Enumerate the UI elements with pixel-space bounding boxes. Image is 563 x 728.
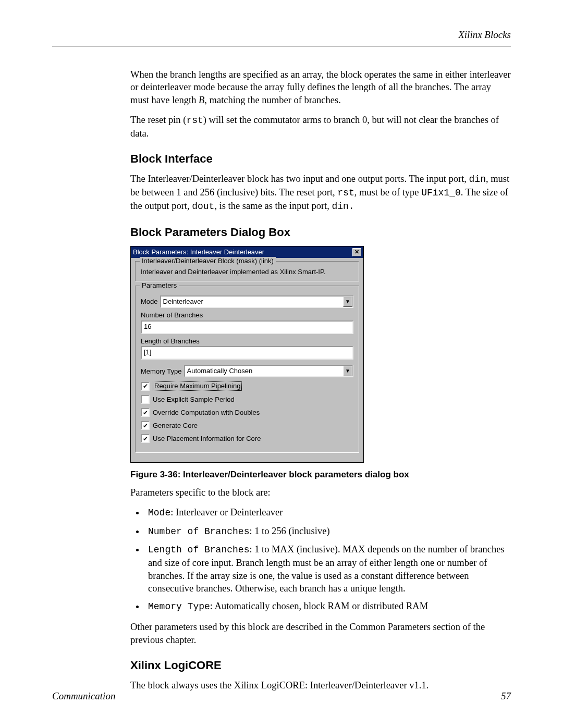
paragraph: Parameters specific to the block are:	[130, 486, 511, 499]
code: rst	[337, 188, 354, 198]
heading-block-parameters: Block Parameters Dialog Box	[130, 225, 511, 240]
text: , is the same as the input port,	[214, 201, 332, 211]
text: : Automatically chosen, block RAM or dis…	[210, 601, 428, 611]
list-item: Mode: Interleaver or Deinterleaver	[145, 506, 511, 520]
param-name: Memory Type	[148, 601, 210, 612]
param-name: Number of Branches	[148, 526, 249, 537]
code: din.	[332, 201, 354, 212]
checkbox-checked[interactable]: ✔	[141, 382, 150, 391]
code: din	[469, 174, 486, 184]
checkbox-checked[interactable]: ✔	[141, 408, 150, 417]
memory-type-value: Automatically Chosen	[185, 366, 343, 376]
groupbox-label: Interleaver/Deinterleaver Block (mask) (…	[140, 257, 276, 265]
dialog-window: Block Parameters: Interleaver Deinterlea…	[130, 246, 364, 463]
groupbox-parameters: Parameters Mode Deinterleaver ▼ Number o…	[135, 286, 359, 453]
running-header: Xilinx Blocks	[52, 29, 511, 41]
code: dout	[192, 201, 214, 212]
figure-caption: Figure 3-36: Interleaver/Deinterleaver b…	[130, 469, 511, 480]
heading-xilinx-logicore: Xilinx LogiCORE	[130, 658, 511, 673]
number-of-branches-input[interactable]: 16	[141, 320, 353, 334]
text: , must be of type	[354, 187, 421, 198]
page-number: 57	[501, 690, 511, 702]
text: The Interleaver/Deinterleaver block has …	[130, 174, 469, 184]
checkbox-label: Override Computation with Doubles	[153, 409, 260, 417]
code: UFix1_0	[421, 188, 461, 198]
param-name: Length of Branches	[148, 545, 249, 555]
text: : Interleaver or Deinterleaver	[170, 507, 283, 517]
list-item: Length of Branches: 1 to MAX (inclusive)…	[145, 543, 511, 595]
text: , matching the number of branches.	[204, 95, 340, 105]
mode-select[interactable]: Deinterleaver ▼	[160, 295, 353, 308]
list-item: Memory Type: Automatically chosen, block…	[145, 600, 511, 613]
checkbox-label: Use Explicit Sample Period	[153, 396, 235, 404]
param-name: Mode	[148, 508, 170, 518]
dropdown-button[interactable]: ▼	[343, 297, 352, 307]
page: Xilinx Blocks When the branch lengths ar…	[0, 0, 563, 728]
text: The reset pin (	[130, 115, 186, 125]
require-max-pipelining-checkbox-row[interactable]: ✔ Require Maximum Pipelining	[141, 381, 353, 391]
use-placement-info-checkbox-row[interactable]: ✔ Use Placement Information for Core	[141, 434, 353, 443]
groupbox-label: Parameters	[140, 281, 179, 290]
checkbox-label: Require Maximum Pipelining	[153, 381, 242, 391]
paragraph: The Interleaver/Deinterleaver block has …	[130, 172, 511, 213]
code: rst	[186, 115, 203, 126]
close-button[interactable]: ✕	[352, 248, 361, 256]
dialog-titlebar[interactable]: Block Parameters: Interleaver Deinterlea…	[131, 246, 363, 258]
paragraph: The reset pin (rst) will set the commuta…	[130, 114, 511, 140]
chevron-down-icon: ▼	[345, 299, 350, 305]
use-explicit-sample-period-checkbox-row[interactable]: Use Explicit Sample Period	[141, 395, 353, 404]
checkbox-label: Generate Core	[153, 422, 198, 430]
text: : 1 to 256 (inclusive)	[249, 526, 329, 536]
parameter-list: Mode: Interleaver or Deinterleaver Numbe…	[130, 506, 511, 613]
mode-row: Mode Deinterleaver ▼	[141, 295, 353, 308]
heading-block-interface: Block Interface	[130, 151, 511, 166]
paragraph: When the branch lengths are specified as…	[130, 68, 511, 106]
header-rule	[52, 46, 511, 46]
mode-value: Deinterleaver	[161, 297, 343, 307]
chevron-down-icon: ▼	[345, 368, 350, 374]
groupbox-text: Interleaver and Deinterleaver implemente…	[141, 268, 353, 276]
mode-label: Mode	[141, 298, 158, 306]
checkbox-checked[interactable]: ✔	[141, 421, 150, 430]
checkbox-unchecked[interactable]	[141, 395, 150, 404]
close-icon: ✕	[354, 249, 359, 255]
dialog-title-text: Block Parameters: Interleaver Deinterlea…	[133, 248, 264, 256]
checkbox-checked[interactable]: ✔	[141, 434, 150, 443]
paragraph: The block always uses the Xilinx LogiCOR…	[130, 679, 511, 692]
groupbox-block-info: Interleaver/Deinterleaver Block (mask) (…	[135, 261, 359, 282]
italic-var: B	[199, 95, 204, 105]
length-of-branches-label: Length of Branches	[141, 337, 353, 346]
memory-type-select[interactable]: Automatically Chosen ▼	[184, 365, 353, 377]
footer-left: Communication	[52, 690, 115, 702]
number-of-branches-label: Number of Branches	[141, 311, 353, 319]
list-item: Number of Branches: 1 to 256 (inclusive)	[145, 525, 511, 538]
checkbox-label: Use Placement Information for Core	[153, 435, 261, 443]
length-of-branches-input[interactable]: [1]	[141, 346, 353, 360]
memory-type-row: Memory Type Automatically Chosen ▼	[141, 365, 353, 377]
dropdown-button[interactable]: ▼	[343, 366, 352, 376]
paragraph: Other parameters used by this block are …	[130, 621, 511, 646]
footer: Communication 57	[52, 690, 511, 702]
memory-type-label: Memory Type	[141, 367, 182, 376]
override-computation-checkbox-row[interactable]: ✔ Override Computation with Doubles	[141, 408, 353, 417]
dialog-body: Interleaver/Deinterleaver Block (mask) (…	[131, 258, 363, 462]
content: When the branch lengths are specified as…	[130, 68, 511, 692]
generate-core-checkbox-row[interactable]: ✔ Generate Core	[141, 421, 353, 430]
